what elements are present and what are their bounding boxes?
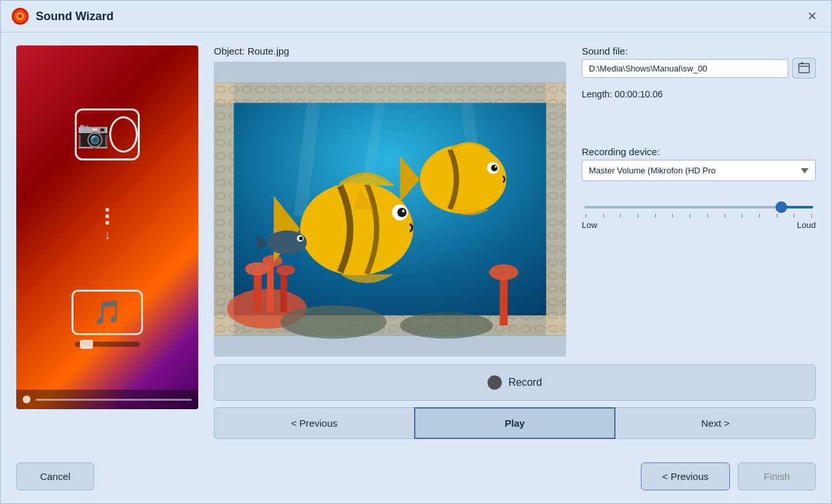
flow-arrow: ↓ bbox=[104, 208, 110, 242]
footer-right: < Previous Finish bbox=[641, 462, 816, 490]
image-container bbox=[214, 62, 566, 357]
svg-rect-10 bbox=[546, 83, 566, 336]
volume-slider[interactable] bbox=[584, 206, 813, 208]
svg-rect-18 bbox=[500, 275, 508, 325]
content-area: 📷 ↓ 🎵 bbox=[1, 32, 831, 452]
volume-section: Low Loud bbox=[582, 199, 816, 230]
record-indicator bbox=[488, 375, 502, 390]
tick bbox=[672, 214, 673, 218]
tick bbox=[777, 214, 777, 218]
title-bar: Sound Wizard ✕ bbox=[1, 1, 831, 32]
camera-icon: 📷 bbox=[77, 119, 109, 149]
tick bbox=[638, 214, 638, 218]
svg-point-3 bbox=[18, 14, 22, 18]
sound-file-label: Sound file: bbox=[582, 45, 816, 57]
volume-slider-container bbox=[582, 199, 816, 218]
cancel-button[interactable]: Cancel bbox=[16, 462, 94, 490]
sound-file-row: D:\Media\Shows\Manual\sw_00 bbox=[582, 58, 816, 79]
loud-label: Loud bbox=[797, 220, 816, 230]
record-label: Record bbox=[508, 377, 542, 388]
length-display: Length: 00:00:10.06 bbox=[582, 89, 816, 99]
progress-indicator bbox=[23, 396, 31, 403]
svg-point-16 bbox=[263, 255, 283, 267]
slide-preview: 📷 ↓ 🎵 bbox=[16, 45, 198, 409]
next-button[interactable]: Next > bbox=[616, 407, 816, 439]
svg-rect-7 bbox=[214, 83, 566, 103]
tick bbox=[811, 214, 812, 218]
svg-point-31 bbox=[491, 164, 497, 171]
svg-rect-14 bbox=[280, 272, 287, 312]
slide-icon-photo: 📷 bbox=[75, 108, 140, 160]
record-button[interactable]: Record bbox=[214, 364, 816, 401]
slide-preview-panel: 📷 ↓ 🎵 bbox=[16, 45, 198, 439]
close-button[interactable]: ✕ bbox=[803, 7, 821, 25]
settings-section: Sound file: D:\Media\Shows\Manual\sw_00 bbox=[582, 45, 816, 357]
svg-point-33 bbox=[267, 231, 307, 255]
main-content-area: Object: Route.jpg bbox=[214, 45, 816, 439]
tick bbox=[707, 214, 708, 218]
tick bbox=[759, 214, 760, 218]
sound-file-display: D:\Media\Shows\Manual\sw_00 bbox=[582, 59, 788, 78]
dot-3 bbox=[105, 221, 109, 225]
browse-button[interactable] bbox=[792, 58, 816, 79]
footer-left: Cancel bbox=[16, 462, 94, 490]
svg-rect-36 bbox=[799, 64, 809, 73]
volume-labels: Low Loud bbox=[582, 220, 816, 230]
svg-point-25 bbox=[300, 183, 413, 275]
svg-point-29 bbox=[420, 145, 506, 214]
recording-device-label: Recording device: bbox=[582, 146, 816, 157]
tick bbox=[742, 214, 742, 218]
slider-ticks bbox=[584, 214, 813, 218]
nav-buttons: < Previous Play Next > bbox=[214, 407, 816, 439]
tick bbox=[725, 214, 725, 218]
svg-point-19 bbox=[489, 264, 518, 281]
play-button[interactable]: Play bbox=[414, 407, 616, 439]
svg-point-35 bbox=[299, 236, 303, 240]
tick bbox=[655, 214, 656, 218]
tick bbox=[603, 214, 604, 218]
svg-rect-37 bbox=[801, 62, 803, 64]
dot-1 bbox=[105, 208, 109, 212]
slide-icon-music: 🎵 bbox=[72, 290, 143, 335]
progress-line bbox=[36, 399, 192, 401]
svg-point-27 bbox=[397, 208, 406, 217]
buttons-section: Record < Previous Play Next > bbox=[214, 364, 816, 439]
tick bbox=[690, 214, 690, 218]
footer-previous-button[interactable]: < Previous bbox=[641, 462, 730, 490]
main-window: Sound Wizard ✕ 📷 ↓ bbox=[0, 0, 832, 504]
dot-2 bbox=[105, 214, 109, 218]
footer: Cancel < Previous Finish bbox=[1, 452, 831, 503]
previous-button[interactable]: < Previous bbox=[214, 407, 414, 439]
object-label: Object: Route.jpg bbox=[214, 45, 566, 57]
finish-button[interactable]: Finish bbox=[738, 462, 816, 490]
window-title: Sound Wizard bbox=[36, 10, 803, 23]
low-label: Low bbox=[582, 220, 597, 230]
svg-rect-9 bbox=[214, 83, 234, 336]
image-section: Object: Route.jpg bbox=[214, 45, 566, 357]
down-arrow-icon: ↓ bbox=[104, 227, 110, 242]
device-select[interactable]: Master Volume (Mikrofon (HD Pro Micropho… bbox=[582, 160, 816, 181]
slide-progress-bar bbox=[16, 390, 198, 409]
svg-point-28 bbox=[402, 210, 404, 212]
browse-icon bbox=[798, 62, 811, 75]
svg-point-21 bbox=[400, 312, 493, 339]
svg-point-20 bbox=[280, 305, 387, 338]
tick bbox=[586, 214, 586, 218]
music-icon: 🎵 bbox=[93, 299, 122, 326]
recording-device-section: Recording device: Master Volume (Mikrofo… bbox=[582, 131, 816, 181]
tick bbox=[794, 214, 794, 218]
top-section: Object: Route.jpg bbox=[214, 45, 816, 357]
app-icon bbox=[11, 7, 29, 25]
tick bbox=[620, 214, 621, 218]
svg-point-17 bbox=[276, 265, 295, 275]
sound-file-section: Sound file: D:\Media\Shows\Manual\sw_00 bbox=[582, 45, 816, 79]
svg-point-32 bbox=[495, 166, 497, 168]
